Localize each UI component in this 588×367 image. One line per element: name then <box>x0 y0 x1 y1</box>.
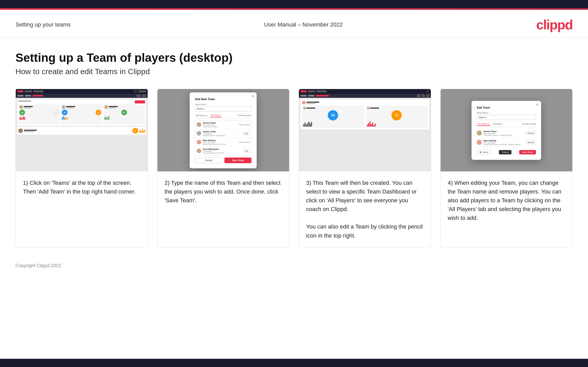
edit-player-club-2: Plus Handicap <box>483 142 524 144</box>
screenshot-2: Add New Team ✕ Team Name * Team A My Tea… <box>157 89 289 171</box>
edit-player-info-2: Blair McHarg Plus Handicap Royal North D… <box>483 139 524 145</box>
player-club-1: Plus Handicap <box>203 124 237 126</box>
header-title: User Manual – November 2022 <box>264 21 343 28</box>
bottom-bar <box>0 359 588 367</box>
edit-player-name-1: Adrian Player <box>483 130 524 133</box>
team-name-label: Team Name * <box>195 103 251 106</box>
card-2: Add New Team ✕ Team Name * Team A My Tea… <box>157 89 290 248</box>
edit-team-dialog: Edit Team ✕ Team Name * Team A My Team (… <box>472 101 541 160</box>
edit-player-club-1: Plus Handicap <box>483 133 524 134</box>
footer: Copyright Clippd 2021 <box>0 258 588 274</box>
main-content: Setting up a Team of players (desktop) H… <box>0 38 588 258</box>
trash-icon: 🗑 <box>480 151 482 153</box>
filter-by-name[interactable]: Filter by name <box>238 115 251 116</box>
remove-player-1-button[interactable]: Remove <box>526 132 536 135</box>
edit-player-list: Adrian Player Plus Handicap The Show Lon… <box>477 129 536 147</box>
header: Setting up your teams User Manual – Nove… <box>0 10 588 38</box>
player-location-1: The Show London <box>203 126 237 128</box>
player-list: Adrian Player Plus Handicap The Show Lon… <box>195 120 251 155</box>
player-avatar-3 <box>197 140 201 144</box>
player-row-2: Adrian Colba 1 Handicap Central London G… <box>195 129 251 138</box>
cancel-button[interactable]: Cancel <box>195 158 222 163</box>
card-2-text: 2) Type the name of this Team and then s… <box>157 171 289 247</box>
add-team-dialog: Add New Team ✕ Team Name * Team A My Tea… <box>190 92 257 168</box>
player-club-3: Plus Handicap <box>203 142 237 143</box>
player-row-3: Blair McHarg Plus Handicap Royal North D… <box>195 138 251 147</box>
player-club-4: 5 Handicap <box>203 150 241 152</box>
player-info-3: Blair McHarg Plus Handicap Royal North D… <box>203 139 237 145</box>
delete-label: Delete <box>482 151 488 153</box>
edit-filter-by-name[interactable]: Filter by name <box>522 123 536 125</box>
dialog-close-icon[interactable]: ✕ <box>251 94 254 98</box>
player-name-4: Dave Billingham <box>203 148 241 150</box>
edit-player-location-2: Royal North Devon Golf Club, United King… <box>483 144 524 145</box>
save-team-button[interactable]: Save Team <box>224 158 251 163</box>
card-3-text: 3) This Team will then be created. You c… <box>299 171 431 247</box>
card-4: Edit Team ✕ Team Name * Team A My Team (… <box>440 89 573 248</box>
player-info-1: Adrian Player Plus Handicap The Show Lon… <box>203 122 237 128</box>
player-location-4: The Greg Maing Golf Club <box>203 152 241 154</box>
player-name-2: Adrian Colba <box>203 130 241 133</box>
screenshot-3: 94 <box>299 89 431 171</box>
player-location-2: Central London Golf Centre <box>203 135 241 136</box>
card-3-text-1: 3) This Team will then be created. You c… <box>306 180 417 212</box>
player-name-3: Blair McHarg <box>203 139 237 142</box>
screenshot-1: 84 0 <box>16 89 148 171</box>
top-bar <box>0 0 588 8</box>
player-location-3: Royal North Devon Golf Club <box>203 143 237 145</box>
player-avatar-1 <box>197 122 201 127</box>
player-avatar-2 <box>197 131 201 136</box>
dialog-footer: Cancel Save Team <box>195 158 251 163</box>
edit-player-row-2: Blair McHarg Plus Handicap Royal North D… <box>477 138 536 147</box>
delete-team-button[interactable]: 🗑 Delete <box>477 150 491 155</box>
edit-filter-label: Filter by name <box>525 123 536 125</box>
card-3: 94 <box>299 89 431 248</box>
add-player-4-button[interactable]: Add <box>243 149 250 153</box>
edit-dialog-footer: 🗑 Delete Cancel Save Team <box>477 150 536 155</box>
page-subtitle: How to create and edit Teams in Clippd <box>15 67 573 76</box>
edit-filter-checkbox[interactable] <box>522 123 524 125</box>
page-title: Setting up a Team of players (desktop) <box>15 51 573 65</box>
remove-player-2-button[interactable]: Remove <box>526 141 536 144</box>
tab-all-players[interactable]: All Players <box>210 113 222 117</box>
tab-my-team[interactable]: My Team (2) <box>195 114 208 117</box>
card-4-text: 4) When editing your Team, you can chang… <box>441 171 573 247</box>
edit-player-location-1: The Show London, United Kingdom <box>483 134 524 136</box>
edit-team-name-label: Team Name * <box>477 112 536 114</box>
card-3-text-2: You can also edit a Team by clicking the… <box>306 223 423 239</box>
add-player-2-button[interactable]: Add <box>243 132 250 135</box>
edit-cancel-button[interactable]: Cancel <box>499 150 511 154</box>
dialog-title: Add New Team <box>195 98 251 101</box>
player-info-4: Dave Billingham 5 Handicap The Greg Main… <box>203 148 241 154</box>
edit-dialog-title: Edit Team <box>477 106 536 109</box>
player-avatar-4 <box>197 148 201 153</box>
edit-tab-all-players[interactable]: All Players <box>492 122 504 126</box>
cards-grid: 84 0 <box>15 89 573 248</box>
player-action-3: Player Added <box>239 141 250 143</box>
edit-player-info-1: Adrian Player Plus Handicap The Show Lon… <box>483 130 524 136</box>
edit-player-name-2: Blair McHarg <box>483 139 524 142</box>
edit-avatar-1 <box>477 130 482 136</box>
card-1: 84 0 <box>15 89 148 248</box>
player-info-2: Adrian Colba 1 Handicap Central London G… <box>203 130 241 136</box>
player-name-1: Adrian Player <box>203 122 237 124</box>
copyright: Copyright Clippd 2021 <box>15 263 61 268</box>
edit-avatar-2 <box>477 140 482 145</box>
clippd-logo: clippd <box>536 17 573 32</box>
save-team-edit-button[interactable]: Save Team <box>519 150 536 154</box>
edit-tab-my-team[interactable]: My Team (2) <box>477 122 490 126</box>
dialog-tabs: My Team (2) All Players Filter by name <box>195 113 251 119</box>
player-row-4: Dave Billingham 5 Handicap The Greg Main… <box>195 147 251 155</box>
card-1-text: 1) Click on 'Teams' at the top of the sc… <box>16 171 148 247</box>
edit-dialog-close-icon[interactable]: ✕ <box>536 103 539 107</box>
filter-checkbox[interactable] <box>238 115 240 116</box>
player-row-1: Adrian Player Plus Handicap The Show Lon… <box>195 120 251 129</box>
filter-label: Filter by name <box>240 115 251 116</box>
team-name-input[interactable]: Team A <box>195 106 251 111</box>
player-action-1: Player Added <box>239 124 250 126</box>
edit-dialog-tabs: My Team (2) All Players Filter by name <box>477 122 536 127</box>
edit-player-row-1: Adrian Player Plus Handicap The Show Lon… <box>477 129 536 138</box>
player-club-2: 1 Handicap <box>203 133 241 135</box>
header-section: Setting up your teams <box>15 21 71 28</box>
edit-team-name-input[interactable]: Team A <box>477 115 536 120</box>
